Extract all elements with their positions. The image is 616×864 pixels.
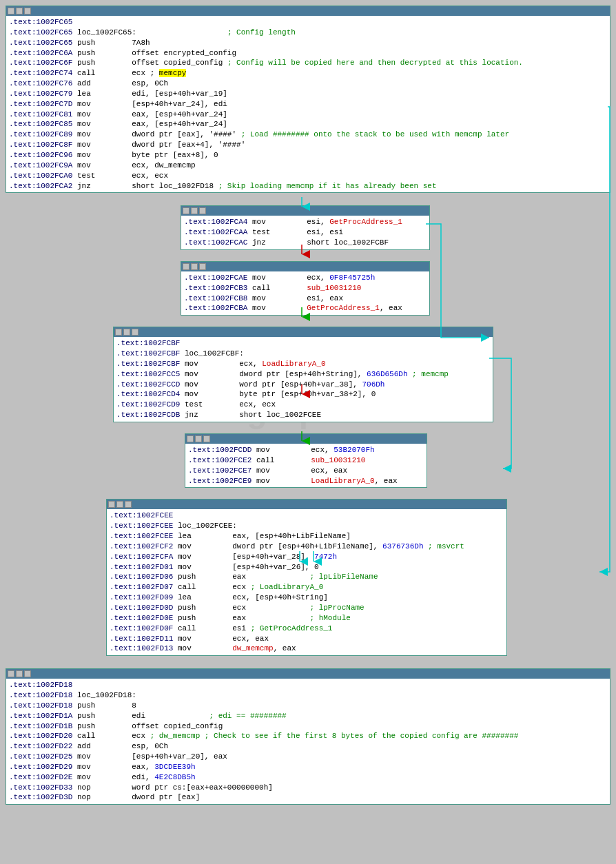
tb-btn-5c[interactable] bbox=[125, 501, 132, 508]
bottom-code-block: .text:1002FD18 .text:1002FD18 loc_1002FD… bbox=[6, 668, 610, 805]
tb-btn-6c[interactable] bbox=[24, 670, 31, 677]
title-bar-6 bbox=[6, 669, 610, 679]
mid-code-block-5: .text:1002FCEE .text:1002FCEE loc_1002FC… bbox=[106, 499, 507, 656]
spacer-1 bbox=[3, 250, 613, 261]
title-bar-1 bbox=[181, 206, 429, 216]
tb-btn-4b[interactable] bbox=[195, 435, 202, 442]
tb-btn-0b[interactable] bbox=[16, 8, 23, 14]
title-bar-2 bbox=[181, 262, 429, 271]
tb-btn-5a[interactable] bbox=[108, 501, 115, 508]
tb-btn-6a[interactable] bbox=[8, 670, 14, 677]
tb-btn-3c[interactable] bbox=[132, 329, 138, 336]
page-layout: blog.xpx.com bbox=[0, 0, 616, 821]
mid-code-block-4: .text:1002FCDD mov ecx, 53B2070Fh .text:… bbox=[185, 433, 427, 488]
title-bar-0 bbox=[6, 6, 610, 16]
tb-btn-0c[interactable] bbox=[24, 8, 31, 14]
mid-block-5-content: .text:1002FCEE .text:1002FCEE loc_1002FC… bbox=[107, 509, 506, 655]
spacer-0 bbox=[3, 193, 613, 205]
tb-btn-4a[interactable] bbox=[187, 435, 194, 442]
mid-code-block-1: .text:1002FCA4 mov esi, GetProcAddress_1… bbox=[181, 205, 430, 250]
tb-btn-1c[interactable] bbox=[199, 207, 206, 214]
mid-code-block-3: .text:1002FCBF .text:1002FCBF loc_1002FC… bbox=[113, 327, 493, 422]
top-code-block: .text:1002FC65 .text:1002FC65 loc_1002FC… bbox=[6, 6, 610, 193]
tb-btn-6b[interactable] bbox=[16, 670, 23, 677]
tb-btn-0a[interactable] bbox=[8, 8, 14, 14]
tb-btn-1a[interactable] bbox=[183, 207, 189, 214]
tb-btn-5b[interactable] bbox=[116, 501, 123, 508]
mid-code-block-2: .text:1002FCAE mov ecx, 0F8F45725h .text… bbox=[181, 261, 430, 316]
mid-block-4-content: .text:1002FCDD mov ecx, 53B2070Fh .text:… bbox=[185, 444, 427, 487]
spacer-2 bbox=[3, 316, 613, 327]
title-bar-5 bbox=[107, 500, 506, 509]
spacer-4 bbox=[3, 488, 613, 499]
title-bar-3 bbox=[114, 327, 493, 337]
tb-btn-3b[interactable] bbox=[123, 329, 130, 336]
mid-block-2-content: .text:1002FCAE mov ecx, 0F8F45725h .text… bbox=[181, 271, 429, 315]
spacer-3 bbox=[3, 422, 613, 433]
tb-btn-2c[interactable] bbox=[199, 263, 206, 270]
top-block-content: .text:1002FC65 .text:1002FC65 loc_1002FC… bbox=[6, 16, 610, 192]
spacer-5 bbox=[3, 656, 613, 668]
mid-block-3-content: .text:1002FCBF .text:1002FCBF loc_1002FC… bbox=[114, 337, 493, 422]
tb-btn-2a[interactable] bbox=[183, 263, 189, 270]
tb-btn-3a[interactable] bbox=[115, 329, 122, 336]
tb-btn-1b[interactable] bbox=[191, 207, 198, 214]
tb-btn-4c[interactable] bbox=[203, 435, 210, 442]
mid-block-1-content: .text:1002FCA4 mov esi, GetProcAddress_1… bbox=[181, 216, 429, 249]
bottom-block-content: .text:1002FD18 .text:1002FD18 loc_1002FD… bbox=[6, 679, 610, 804]
tb-btn-2b[interactable] bbox=[191, 263, 198, 270]
title-bar-4 bbox=[185, 434, 427, 444]
spacer-bottom bbox=[3, 805, 613, 819]
